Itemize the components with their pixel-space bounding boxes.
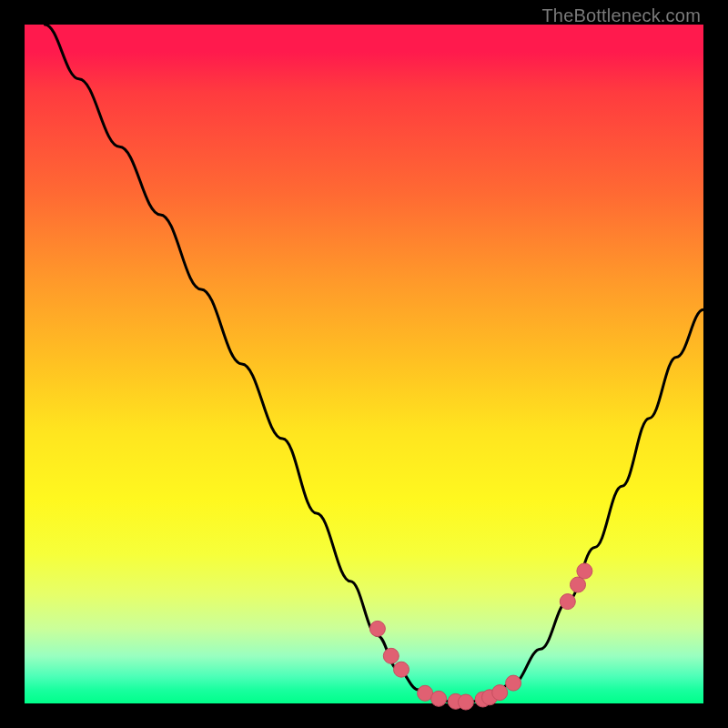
curve-layer — [45, 25, 703, 703]
data-point-marker — [369, 621, 385, 636]
data-point-marker — [383, 648, 399, 663]
data-point-marker — [492, 685, 508, 701]
data-point-marker — [571, 577, 586, 592]
watermark-text: TheBottleneck.com — [541, 5, 701, 26]
data-point-marker — [458, 694, 473, 710]
data-point-marker — [577, 563, 592, 579]
outer-frame: TheBottleneck.com — [0, 0, 728, 728]
data-point-marker — [431, 691, 447, 706]
bottleneck-curve — [45, 25, 703, 703]
data-point-marker — [506, 675, 521, 691]
chart-svg — [25, 25, 703, 703]
data-point-marker — [418, 685, 433, 701]
marker-layer — [369, 563, 592, 710]
data-point-marker — [560, 594, 575, 610]
data-point-marker — [394, 662, 410, 677]
